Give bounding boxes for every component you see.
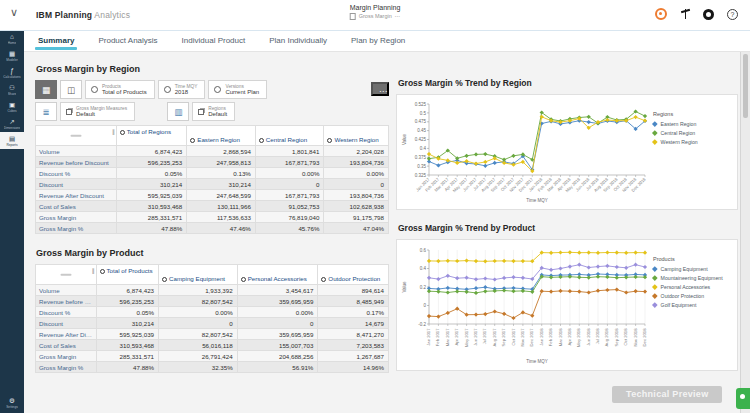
book-overflow-icon[interactable]: ⋯ <box>395 13 401 19</box>
cell[interactable]: 6,874,423 <box>116 146 187 157</box>
column-header[interactable]: Total of Products <box>96 265 159 285</box>
help-icon[interactable]: ? <box>727 9 738 20</box>
row-header[interactable]: Revenue After Discount <box>36 329 97 340</box>
cell[interactable]: 1,267,687 <box>318 351 389 362</box>
cell[interactable]: 117,536,633 <box>187 212 256 223</box>
dimension-chip-time-mqy[interactable]: Time MQY2018 <box>158 80 206 99</box>
row-header[interactable]: Cost of Sales <box>36 340 97 351</box>
column-header[interactable]: Total of Regions <box>116 126 187 146</box>
row-header[interactable]: Gross Margin % <box>36 362 97 373</box>
cell[interactable]: 82,807,542 <box>159 329 238 340</box>
legend-item[interactable]: Central Region <box>653 130 735 136</box>
cell[interactable]: 247,958,813 <box>187 157 256 168</box>
cell[interactable]: 285,331,571 <box>116 212 187 223</box>
row-header[interactable]: Gross Margin <box>36 351 97 362</box>
cell[interactable]: 595,925,039 <box>96 329 159 340</box>
cell[interactable]: 76,819,040 <box>255 212 324 223</box>
legend-item[interactable]: Camping Equipment <box>653 266 735 272</box>
legend-item[interactable]: Personal Accessories <box>653 284 735 290</box>
cell[interactable]: 595,925,039 <box>116 190 187 201</box>
user-avatar-icon[interactable] <box>655 8 667 20</box>
dimension-chip-products[interactable]: ProductsTotal of Products <box>85 80 155 99</box>
legend-item[interactable]: Western Region <box>653 139 735 145</box>
bench-button[interactable]: ◫ <box>60 80 82 99</box>
cell[interactable]: 359,695,959 <box>237 296 318 307</box>
vertical-scrollbar[interactable] <box>740 52 750 413</box>
rows-axis-icon[interactable]: ≣ <box>35 102 57 121</box>
book-info[interactable]: Margin Planning Gross Margin ⋯ <box>350 4 401 20</box>
legend-item[interactable]: Mountaineering Equipment <box>653 275 735 281</box>
cell[interactable]: 56.91% <box>237 362 318 373</box>
cell[interactable]: 310,214 <box>187 179 256 190</box>
chevron-down-icon[interactable]: ∨ <box>10 7 18 18</box>
row-header[interactable]: Revenue After Discount <box>36 190 117 201</box>
tab-plan-by-region[interactable]: Plan by Region <box>351 31 405 51</box>
cell[interactable]: 14,679 <box>318 318 389 329</box>
cell[interactable]: 102,628,938 <box>324 201 389 212</box>
row-header[interactable]: Cost of Sales <box>36 201 117 212</box>
column-header[interactable]: Personal Accessories <box>237 265 318 285</box>
cell[interactable]: 0 <box>324 179 389 190</box>
cell[interactable]: 359,695,959 <box>237 329 318 340</box>
crosstab-corner[interactable]: ∥ <box>36 126 117 146</box>
cell[interactable]: 1,933,392 <box>159 285 238 296</box>
tab-summary[interactable]: Summary <box>38 31 74 51</box>
sidebar-item-calculations[interactable]: ƒCalculations <box>0 64 24 81</box>
cell[interactable]: 167,871,793 <box>255 190 324 201</box>
cell[interactable]: 3,454,617 <box>237 285 318 296</box>
scrollbar-thumb[interactable] <box>743 54 748 118</box>
cell[interactable]: 285,331,571 <box>96 351 159 362</box>
row-header[interactable]: Volume <box>36 285 97 296</box>
cell[interactable]: 2,204,028 <box>324 146 389 157</box>
cell[interactable]: 8,471,270 <box>318 329 389 340</box>
columns-axis-icon[interactable]: ▥ <box>167 102 189 121</box>
cell[interactable]: 193,804,736 <box>324 190 389 201</box>
cell[interactable]: 2,868,594 <box>187 146 256 157</box>
cell[interactable]: 310,593,468 <box>96 340 159 351</box>
cell[interactable]: 247,648,599 <box>187 190 256 201</box>
cell[interactable]: 91,175,798 <box>324 212 389 223</box>
cell[interactable]: 310,593,468 <box>116 201 187 212</box>
tab-individual-product[interactable]: Individual Product <box>182 31 246 51</box>
cell[interactable]: 0.00% <box>324 168 389 179</box>
cell[interactable]: 0 <box>237 318 318 329</box>
cell[interactable]: 47.04% <box>324 223 389 234</box>
sidebar-item-modeler[interactable]: ▦Modeler <box>0 47 24 64</box>
cell[interactable]: 204,688,256 <box>237 351 318 362</box>
cell[interactable]: 7,203,583 <box>318 340 389 351</box>
column-header[interactable]: Outdoor Protection <box>318 265 389 285</box>
cell[interactable]: 596,235,253 <box>116 157 187 168</box>
column-header[interactable]: Camping Equipment <box>159 265 238 285</box>
corner-drag-handle[interactable] <box>70 134 81 137</box>
cell[interactable]: 8,485,949 <box>318 296 389 307</box>
cell[interactable]: 82,807,542 <box>159 296 238 307</box>
dimension-chip-regions[interactable]: RegionsDefault <box>192 102 235 121</box>
sidebar-item-cubes[interactable]: ▣Cubes <box>0 98 24 115</box>
column-header[interactable]: Eastern Region <box>187 126 256 146</box>
crosstab-corner[interactable]: ∥ <box>36 265 97 285</box>
chat-launcher-icon[interactable] <box>736 388 750 409</box>
cell[interactable]: 0.00% <box>255 168 324 179</box>
cell[interactable]: 155,007,703 <box>237 340 318 351</box>
cell[interactable]: 1,801,841 <box>255 146 324 157</box>
cell[interactable]: 0 <box>159 318 238 329</box>
sidebar-item-home[interactable]: ⌂Home <box>0 30 24 47</box>
cell[interactable]: 0.05% <box>116 168 187 179</box>
row-header[interactable]: Gross Margin <box>36 212 117 223</box>
dimension-chip-gross-margin-measures[interactable]: Gross Margin MeasuresDefault <box>60 102 135 121</box>
cell[interactable]: 56,016,118 <box>159 340 238 351</box>
row-header[interactable]: Discount % <box>36 307 97 318</box>
cell[interactable]: 0.00% <box>237 307 318 318</box>
cell[interactable]: 596,235,253 <box>96 296 159 307</box>
cell[interactable]: 310,214 <box>96 318 159 329</box>
overview-grid-button[interactable]: ▦ <box>35 80 57 99</box>
cell[interactable]: 130,111,966 <box>187 201 256 212</box>
cell[interactable]: 0.13% <box>187 168 256 179</box>
cell[interactable]: 91,052,753 <box>255 201 324 212</box>
overflow-menu-button[interactable]: ⋯ <box>371 82 389 96</box>
tab-plan-individually[interactable]: Plan Individually <box>269 31 327 51</box>
cell[interactable]: 0.17% <box>318 307 389 318</box>
record-icon[interactable] <box>703 9 714 20</box>
row-header[interactable]: Discount <box>36 179 117 190</box>
sidebar-item-settings[interactable]: ⚙Settings <box>0 394 24 411</box>
